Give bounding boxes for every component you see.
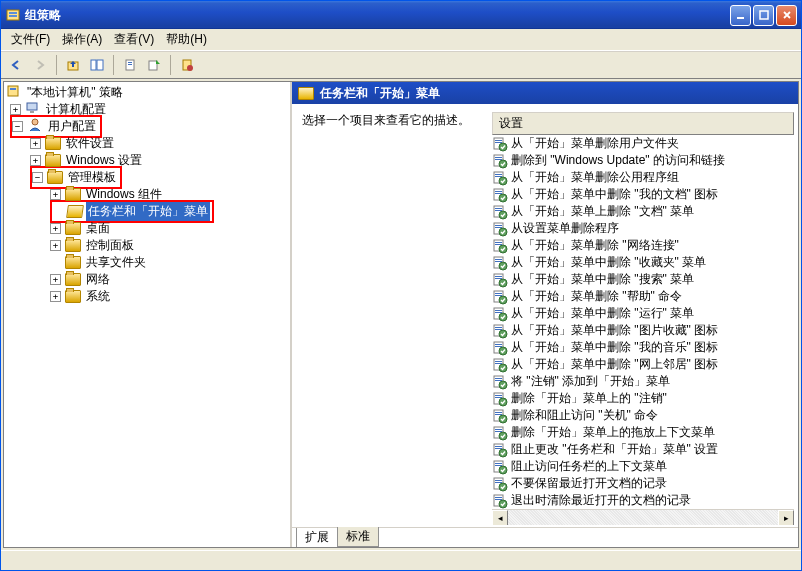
setting-item[interactable]: 删除「开始」菜单上的拖放上下文菜单 bbox=[492, 424, 794, 441]
svg-rect-44 bbox=[495, 242, 502, 243]
setting-label: 不要保留最近打开文档的记录 bbox=[511, 475, 667, 492]
setting-item[interactable]: 从「开始」菜单中删除 "搜索" 菜单 bbox=[492, 271, 794, 288]
scroll-right-button[interactable]: ▸ bbox=[778, 510, 794, 525]
menu-file[interactable]: 文件(F) bbox=[5, 29, 56, 50]
setting-item[interactable]: 将 "注销" 添加到「开始」菜单 bbox=[492, 373, 794, 390]
description-prompt: 选择一个项目来查看它的描述。 bbox=[302, 112, 492, 129]
tree-admin-templates[interactable]: − 管理模板 bbox=[6, 169, 288, 186]
setting-item[interactable]: 从「开始」菜单上删除 "文档" 菜单 bbox=[492, 203, 794, 220]
setting-item[interactable]: 阻止访问任务栏的上下文菜单 bbox=[492, 458, 794, 475]
properties-button[interactable] bbox=[119, 54, 141, 76]
expand-icon[interactable]: + bbox=[50, 189, 61, 200]
menu-help[interactable]: 帮助(H) bbox=[160, 29, 213, 50]
setting-item[interactable]: 删除和阻止访问 "关机" 命令 bbox=[492, 407, 794, 424]
expand-icon[interactable]: + bbox=[50, 240, 61, 251]
minimize-button[interactable] bbox=[730, 5, 751, 26]
statusbar bbox=[1, 550, 801, 570]
column-header-setting[interactable]: 设置 bbox=[492, 112, 794, 135]
setting-label: 从「开始」菜单删除 "帮助" 命令 bbox=[511, 288, 682, 305]
scroll-left-button[interactable]: ◂ bbox=[492, 510, 508, 525]
setting-item[interactable]: 从设置菜单删除程序 bbox=[492, 220, 794, 237]
setting-item[interactable]: 从「开始」菜单中删除 "我的文档" 图标 bbox=[492, 186, 794, 203]
svg-rect-2 bbox=[9, 15, 17, 17]
setting-label: 从「开始」菜单删除 "网络连接" bbox=[511, 237, 679, 254]
expand-icon[interactable]: + bbox=[50, 223, 61, 234]
expand-icon[interactable]: + bbox=[50, 274, 61, 285]
policy-tree: "本地计算机" 策略 + 计算机配置 − 用户配置 bbox=[6, 84, 288, 305]
menu-action[interactable]: 操作(A) bbox=[56, 29, 108, 50]
maximize-button[interactable] bbox=[753, 5, 774, 26]
setting-label: 删除「开始」菜单上的 "注销" bbox=[511, 390, 667, 407]
export-button[interactable] bbox=[143, 54, 165, 76]
setting-icon bbox=[492, 306, 508, 322]
tree-software-settings[interactable]: + 软件设置 bbox=[6, 135, 288, 152]
setting-icon bbox=[492, 238, 508, 254]
settings-list[interactable]: 从「开始」菜单删除用户文件夹删除到 "Windows Update" 的访问和链… bbox=[492, 135, 794, 509]
forward-button[interactable] bbox=[29, 54, 51, 76]
close-button[interactable] bbox=[776, 5, 797, 26]
svg-rect-49 bbox=[495, 261, 502, 262]
setting-icon bbox=[492, 391, 508, 407]
expand-icon[interactable]: + bbox=[50, 291, 61, 302]
setting-icon bbox=[492, 204, 508, 220]
svg-rect-10 bbox=[128, 64, 132, 65]
setting-icon bbox=[492, 357, 508, 373]
setting-item[interactable]: 退出时清除最近打开的文档的记录 bbox=[492, 492, 794, 509]
setting-icon bbox=[492, 255, 508, 271]
tree-taskbar-start[interactable]: 任务栏和「开始」菜单 bbox=[6, 203, 288, 220]
setting-item[interactable]: 阻止更改 "任务栏和「开始」菜单" 设置 bbox=[492, 441, 794, 458]
setting-icon bbox=[492, 323, 508, 339]
collapse-icon[interactable]: − bbox=[12, 121, 23, 132]
setting-item[interactable]: 从「开始」菜单删除用户文件夹 bbox=[492, 135, 794, 152]
svg-rect-4 bbox=[760, 11, 768, 19]
setting-item[interactable]: 从「开始」菜单中删除 "我的音乐" 图标 bbox=[492, 339, 794, 356]
setting-label: 从「开始」菜单中删除 "网上邻居" 图标 bbox=[511, 356, 718, 373]
folder-open-icon bbox=[298, 87, 314, 100]
tree-system[interactable]: + 系统 bbox=[6, 288, 288, 305]
folder-icon bbox=[65, 222, 81, 235]
tab-standard[interactable]: 标准 bbox=[337, 527, 379, 547]
setting-item[interactable]: 删除到 "Windows Update" 的访问和链接 bbox=[492, 152, 794, 169]
tree-control-panel[interactable]: + 控制面板 bbox=[6, 237, 288, 254]
setting-item[interactable]: 从「开始」菜单中删除 "收藏夹" 菜单 bbox=[492, 254, 794, 271]
svg-rect-20 bbox=[495, 140, 502, 141]
titlebar[interactable]: 组策略 bbox=[1, 1, 801, 29]
setting-item[interactable]: 不要保留最近打开文档的记录 bbox=[492, 475, 794, 492]
tab-extended[interactable]: 扩展 bbox=[296, 528, 338, 548]
setting-icon bbox=[492, 340, 508, 356]
setting-item[interactable]: 从「开始」菜单删除 "帮助" 命令 bbox=[492, 288, 794, 305]
svg-rect-93 bbox=[495, 448, 502, 449]
setting-item[interactable]: 删除「开始」菜单上的 "注销" bbox=[492, 390, 794, 407]
svg-rect-32 bbox=[495, 191, 502, 192]
svg-rect-104 bbox=[495, 497, 502, 498]
setting-item[interactable]: 从「开始」菜单删除 "网络连接" bbox=[492, 237, 794, 254]
horizontal-scrollbar[interactable]: ◂ ▸ bbox=[492, 509, 794, 525]
expand-icon[interactable]: + bbox=[10, 104, 21, 115]
setting-item[interactable]: 从「开始」菜单删除公用程序组 bbox=[492, 169, 794, 186]
expand-icon[interactable]: + bbox=[30, 138, 41, 149]
tree-shared-folders[interactable]: 共享文件夹 bbox=[6, 254, 288, 271]
setting-icon bbox=[492, 272, 508, 288]
tree-root[interactable]: "本地计算机" 策略 bbox=[6, 84, 288, 101]
setting-item[interactable]: 从「开始」菜单中删除 "网上邻居" 图标 bbox=[492, 356, 794, 373]
collapse-icon[interactable]: − bbox=[32, 172, 43, 183]
up-button[interactable] bbox=[62, 54, 84, 76]
svg-rect-28 bbox=[495, 174, 502, 175]
show-hide-tree-button[interactable] bbox=[86, 54, 108, 76]
tree-network[interactable]: + 网络 bbox=[6, 271, 288, 288]
setting-label: 删除「开始」菜单上的拖放上下文菜单 bbox=[511, 424, 715, 441]
tree-windows-settings[interactable]: + Windows 设置 bbox=[6, 152, 288, 169]
tree-pane[interactable]: "本地计算机" 策略 + 计算机配置 − 用户配置 bbox=[4, 82, 292, 547]
setting-item[interactable]: 从「开始」菜单中删除 "图片收藏" 图标 bbox=[492, 322, 794, 339]
svg-rect-60 bbox=[495, 310, 502, 311]
expand-icon[interactable]: + bbox=[30, 155, 41, 166]
back-button[interactable] bbox=[5, 54, 27, 76]
scroll-track[interactable] bbox=[508, 510, 778, 525]
tree-user-config[interactable]: − 用户配置 bbox=[6, 118, 288, 135]
svg-rect-68 bbox=[495, 344, 502, 345]
svg-rect-16 bbox=[27, 103, 37, 110]
filter-button[interactable] bbox=[176, 54, 198, 76]
menu-view[interactable]: 查看(V) bbox=[108, 29, 160, 50]
setting-item[interactable]: 从「开始」菜单中删除 "运行" 菜单 bbox=[492, 305, 794, 322]
details-header: 任务栏和「开始」菜单 bbox=[292, 82, 798, 104]
